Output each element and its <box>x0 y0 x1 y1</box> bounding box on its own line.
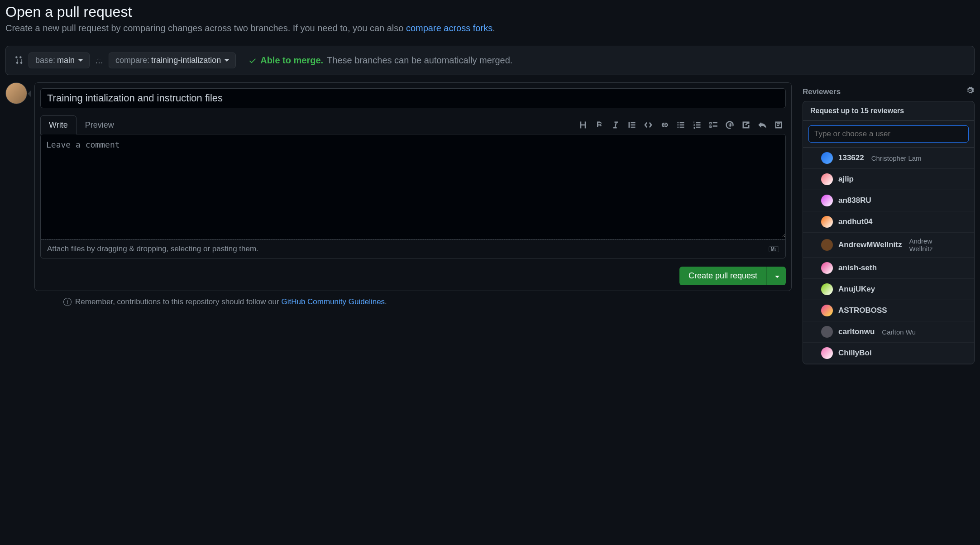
user-avatar <box>821 283 833 295</box>
user-avatar <box>821 195 833 206</box>
gear-icon[interactable] <box>966 86 975 97</box>
heading-icon[interactable] <box>576 118 590 132</box>
reviewer-option[interactable]: 133622Christopher Lam <box>803 148 974 169</box>
reviewer-username: ChillyBoi <box>838 349 872 358</box>
reviewer-username: carltonwu <box>838 327 875 336</box>
author-avatar <box>5 82 27 104</box>
git-compare-icon <box>15 56 23 65</box>
base-branch-select[interactable]: base: main <box>29 53 90 68</box>
reviewer-username: AnujUKey <box>838 285 875 294</box>
reviewer-username: ASTROBOSS <box>838 306 887 315</box>
user-avatar <box>821 347 833 359</box>
tasklist-icon[interactable] <box>706 118 721 132</box>
caret-down-icon <box>775 276 779 278</box>
attach-files-bar[interactable]: Attach files by dragging & dropping, sel… <box>40 239 786 258</box>
sidebar: Reviewers Request up to 15 reviewers 133… <box>803 82 975 364</box>
reviewer-username: anish-seth <box>838 263 877 272</box>
reviewers-header[interactable]: Reviewers <box>803 82 975 101</box>
compare-branch-select[interactable]: compare: training-intialization <box>109 53 236 68</box>
tab-write[interactable]: Write <box>40 115 76 134</box>
page-title: Open a pull request <box>5 4 975 20</box>
reviewer-option[interactable]: ASTROBOSS <box>803 300 974 321</box>
list-ul-icon[interactable] <box>674 118 688 132</box>
check-icon <box>249 57 257 65</box>
list-ol-icon[interactable] <box>690 118 704 132</box>
reviewer-option[interactable]: andhut04 <box>803 211 974 233</box>
reviewer-option[interactable]: AndrewMWellnitzAndrew Wellnitz <box>803 233 974 258</box>
user-avatar <box>821 326 833 338</box>
italic-icon[interactable] <box>608 118 623 132</box>
reviewer-fullname: Andrew Wellnitz <box>909 237 956 253</box>
reviewer-option[interactable]: ChillyBoi <box>803 343 974 364</box>
reviewer-option[interactable]: an838RU <box>803 190 974 211</box>
comment-textarea[interactable] <box>41 134 785 238</box>
user-avatar <box>821 305 833 316</box>
user-avatar <box>821 152 833 164</box>
markdown-badge-icon[interactable]: M↓ <box>769 246 779 252</box>
user-avatar <box>821 262 833 274</box>
caret-down-icon <box>78 59 83 62</box>
compose-box: Write Preview <box>34 82 792 291</box>
reviewers-list[interactable]: 133622Christopher Lamajlipan838RUandhut0… <box>803 148 974 364</box>
reviewer-username: andhut04 <box>838 217 873 226</box>
contribution-footnote: i Remember, contributions to this reposi… <box>63 297 792 306</box>
create-pull-request-button[interactable]: Create pull request <box>679 267 766 285</box>
create-pr-dropdown-button[interactable] <box>766 267 786 285</box>
reviewer-username: ajlip <box>838 175 854 184</box>
user-avatar <box>821 173 833 185</box>
dropdown-title: Request up to 15 reviewers <box>803 101 974 121</box>
editor-tabs: Write Preview <box>40 115 123 134</box>
reviewer-option[interactable]: AnujUKey <box>803 279 974 300</box>
info-icon: i <box>63 298 72 306</box>
reviewer-username: an838RU <box>838 196 871 205</box>
code-icon[interactable] <box>641 118 655 132</box>
reviewer-search-input[interactable] <box>808 125 969 143</box>
quote-icon[interactable] <box>625 118 639 132</box>
reviewer-option[interactable]: anish-seth <box>803 258 974 279</box>
page-header: Open a pull request Create a new pull re… <box>5 0 975 41</box>
arrow-left-icon: ←⋯ <box>95 57 103 64</box>
bold-icon[interactable] <box>592 118 607 132</box>
reviewer-option[interactable]: carltonwuCarlton Wu <box>803 321 974 343</box>
reviewer-fullname: Carlton Wu <box>882 328 916 336</box>
reviewer-option[interactable]: ajlip <box>803 169 974 190</box>
merge-status: Able to merge. These branches can be aut… <box>249 55 512 66</box>
pr-title-input[interactable] <box>40 88 786 108</box>
markdown-toolbar <box>576 118 786 132</box>
mention-icon[interactable] <box>722 118 737 132</box>
community-guidelines-link[interactable]: GitHub Community Guidelines <box>281 297 385 306</box>
link-icon[interactable] <box>657 118 672 132</box>
cross-reference-icon[interactable] <box>739 118 753 132</box>
saved-replies-icon[interactable] <box>771 118 786 132</box>
reviewers-dropdown: Request up to 15 reviewers 133622Christo… <box>803 101 975 364</box>
user-avatar <box>821 239 833 251</box>
reviewer-fullname: Christopher Lam <box>871 154 922 162</box>
tab-preview[interactable]: Preview <box>76 115 123 134</box>
reviewer-username: 133622 <box>838 153 864 163</box>
reviewer-username: AndrewMWellnitz <box>838 240 902 249</box>
reply-icon[interactable] <box>755 118 770 132</box>
page-subtitle: Create a new pull request by comparing c… <box>5 23 975 33</box>
caret-down-icon <box>225 59 229 62</box>
branch-compare-bar: base: main ←⋯ compare: training-intializ… <box>5 46 975 75</box>
compare-forks-link[interactable]: compare across forks <box>406 23 492 33</box>
user-avatar <box>821 216 833 228</box>
